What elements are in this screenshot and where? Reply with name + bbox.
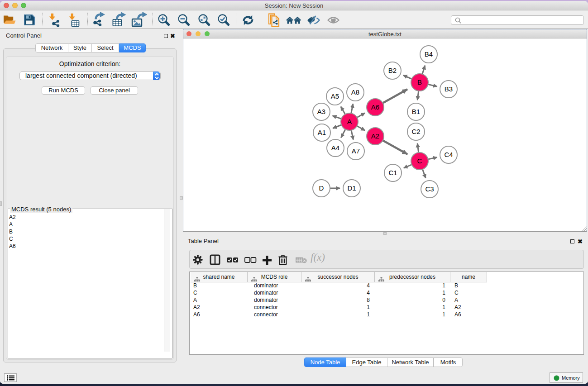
svg-text:B4: B4 [425, 50, 433, 58]
svg-text:A8: A8 [351, 88, 359, 96]
svg-text:A2: A2 [371, 132, 379, 140]
svg-text:B2: B2 [388, 67, 397, 74]
svg-text:A7: A7 [352, 147, 360, 155]
svg-text:C2: C2 [411, 128, 420, 135]
svg-text:A6: A6 [371, 103, 379, 111]
svg-text:A1: A1 [318, 129, 326, 136]
svg-text:A4: A4 [331, 144, 339, 152]
svg-text:C: C [417, 157, 422, 165]
svg-text:D1: D1 [347, 184, 356, 192]
svg-text:A: A [347, 118, 352, 125]
svg-text:B: B [417, 78, 422, 86]
svg-text:C4: C4 [444, 151, 453, 158]
svg-text:C3: C3 [425, 185, 434, 193]
svg-text:B1: B1 [412, 108, 420, 115]
svg-text:B3: B3 [445, 85, 453, 93]
svg-text:D: D [319, 184, 324, 192]
svg-text:A5: A5 [331, 92, 339, 100]
svg-text:C1: C1 [388, 169, 397, 176]
svg-text:A3: A3 [317, 108, 325, 115]
